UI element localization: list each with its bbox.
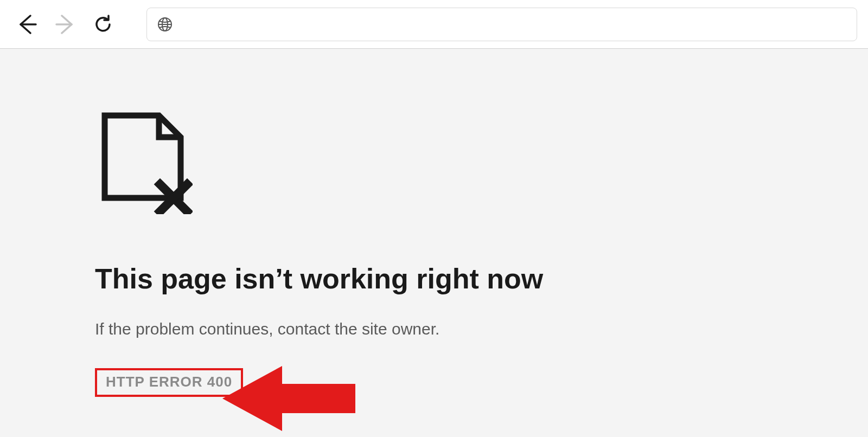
error-code-highlight: HTTP ERROR 400 — [95, 368, 243, 397]
page-body: This page isn’t working right now If the… — [0, 49, 868, 437]
arrow-right-icon — [53, 12, 77, 36]
forward-button — [49, 8, 81, 41]
error-title: This page isn’t working right now — [95, 263, 692, 295]
refresh-button[interactable] — [87, 8, 119, 41]
globe-icon — [156, 15, 174, 34]
arrow-left-icon — [15, 12, 39, 36]
error-message: If the problem continues, contact the si… — [95, 320, 692, 338]
error-content: This page isn’t working right now If the… — [95, 111, 692, 397]
address-bar[interactable] — [146, 8, 857, 41]
error-code: HTTP ERROR 400 — [106, 374, 232, 390]
browser-toolbar — [0, 0, 868, 49]
back-button[interactable] — [11, 8, 43, 41]
refresh-icon — [92, 14, 114, 35]
address-input[interactable] — [181, 17, 848, 31]
error-page-icon — [100, 111, 692, 214]
